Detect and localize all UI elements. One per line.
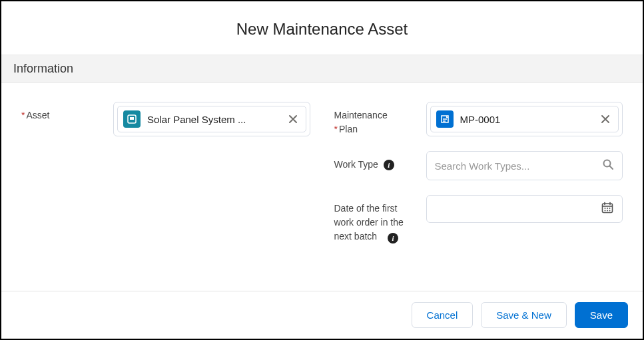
close-icon <box>601 114 610 124</box>
save-button[interactable]: Save <box>575 302 628 328</box>
plan-lookup[interactable]: MP-0001 <box>426 102 623 136</box>
section-information: Information <box>1 55 643 83</box>
save-and-new-button[interactable]: Save & New <box>481 302 567 328</box>
close-icon <box>288 114 298 124</box>
work-type-search[interactable] <box>426 151 623 180</box>
label-work-type: Work Type i <box>334 151 416 172</box>
label-asset: *Asset <box>21 102 103 122</box>
svg-line-3 <box>610 166 613 170</box>
svg-point-9 <box>607 208 608 209</box>
search-icon <box>602 158 614 173</box>
info-icon[interactable]: i <box>388 233 398 244</box>
required-star-icon: * <box>334 124 338 134</box>
field-work-type: Work Type i <box>334 151 623 180</box>
svg-rect-1 <box>130 117 134 120</box>
svg-point-10 <box>609 208 611 209</box>
asset-pill: Solar Panel System ... <box>117 106 306 132</box>
svg-point-12 <box>607 210 608 212</box>
info-icon[interactable]: i <box>384 160 394 170</box>
svg-point-13 <box>609 210 611 212</box>
first-date-input-wrapper[interactable] <box>426 195 623 223</box>
asset-pill-label: Solar Panel System ... <box>147 114 279 125</box>
required-star-icon: * <box>21 110 25 120</box>
label-maintenance-plan: Maintenance *Plan <box>334 102 416 136</box>
maintenance-plan-icon <box>436 110 454 128</box>
plan-remove-button[interactable] <box>598 112 613 126</box>
left-column: *Asset Solar Panel System ... <box>21 102 310 244</box>
plan-pill: MP-0001 <box>430 106 619 132</box>
field-first-date: Date of the first work order in the next… <box>334 195 623 244</box>
svg-point-11 <box>605 210 606 212</box>
form-area: *Asset Solar Panel System ... <box>1 83 643 257</box>
field-maintenance-plan: Maintenance *Plan MP-0001 <box>334 102 623 136</box>
cancel-button[interactable]: Cancel <box>412 302 474 328</box>
label-first-date: Date of the first work order in the next… <box>334 195 416 244</box>
plan-pill-label: MP-0001 <box>460 114 592 125</box>
page-title: New Maintenance Asset <box>1 1 643 55</box>
asset-icon <box>123 110 141 128</box>
svg-point-8 <box>605 208 606 209</box>
calendar-icon[interactable] <box>601 201 614 217</box>
right-column: Maintenance *Plan MP-0001 <box>334 102 623 244</box>
field-asset: *Asset Solar Panel System ... <box>21 102 310 136</box>
first-date-input[interactable] <box>435 204 601 215</box>
footer: Cancel Save & New Save <box>1 291 643 339</box>
asset-remove-button[interactable] <box>286 112 300 126</box>
asset-lookup[interactable]: Solar Panel System ... <box>113 102 310 136</box>
work-type-input[interactable] <box>435 160 603 172</box>
